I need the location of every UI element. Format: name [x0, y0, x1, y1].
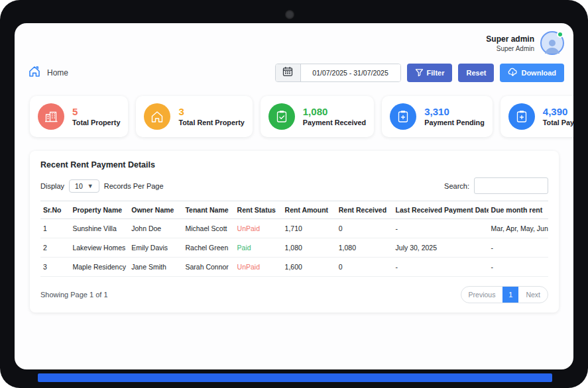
table-row: 1Sunshine VillaJohn DoeMichael ScottUnPa… — [40, 219, 548, 238]
search-label: Search: — [444, 182, 469, 190]
display-label: Display — [40, 182, 64, 190]
table-header-row: Sr.NoProperty NameOwner NameTenant NameR… — [40, 201, 548, 219]
download-icon — [508, 68, 518, 78]
table-cell: - — [489, 238, 548, 258]
table-footer: Showing Page 1 of 1 Previous 1 Next — [40, 286, 548, 303]
reset-label: Reset — [466, 69, 486, 77]
device-frame: Super admin Super Admin Home — [0, 0, 588, 388]
stat-label: Total Payment — [543, 119, 573, 126]
stat-card-total-property: 5 Total Property — [30, 96, 128, 137]
table-cell: - — [393, 258, 489, 277]
payments-table: Sr.NoProperty NameOwner NameTenant NameR… — [40, 201, 548, 277]
table-cell: 3 — [40, 258, 70, 277]
table-cell: 1,080 — [336, 238, 393, 258]
table-cell: July 30, 2025 — [393, 238, 489, 258]
column-header: Last Received Payment Date — [393, 201, 489, 219]
person-icon — [543, 36, 561, 54]
table-row: 2Lakeview HomesEmily DavisRachel GreenPa… — [40, 238, 548, 258]
building-icon — [38, 103, 64, 130]
table-row: 3Maple ResidencyJane SmithSarah ConnorUn… — [40, 258, 548, 277]
table-cell: Maple Residency — [70, 258, 129, 277]
chevron-down-icon: ▼ — [88, 183, 93, 189]
table-cell: John Doe — [129, 219, 182, 238]
stat-text: 1,080 Payment Received — [303, 107, 366, 127]
user-profile[interactable]: Super admin Super Admin — [486, 31, 564, 55]
profile-name: Super admin — [486, 34, 534, 44]
table-cell: 1,600 — [282, 258, 336, 277]
column-header: Owner Name — [129, 201, 182, 219]
stat-label: Total Rent Property — [178, 119, 244, 126]
page-size-select[interactable]: 10 ▼ — [69, 179, 99, 193]
calendar-icon — [282, 66, 293, 79]
records-per-page-label: Records Per Page — [104, 182, 164, 190]
app-window: Super admin Super Admin Home — [15, 23, 573, 369]
reset-button[interactable]: Reset — [458, 64, 494, 82]
search-input[interactable] — [474, 177, 548, 194]
page-size-value: 10 — [75, 182, 83, 190]
rent-status-cell: UnPaid — [235, 219, 282, 238]
stat-text: 3 Total Rent Property — [178, 107, 244, 127]
stat-value: 3,310 — [424, 107, 485, 118]
stat-label: Payment Pending — [424, 119, 485, 126]
breadcrumb-home[interactable]: Home — [28, 65, 68, 81]
table-cell: Michael Scott — [182, 219, 234, 238]
table-cell: Sunshine Villa — [70, 219, 129, 238]
stat-text: 3,310 Payment Pending — [424, 107, 485, 127]
stat-card-total-rent-property: 3 Total Rent Property — [136, 96, 252, 137]
column-header: Rent Status — [235, 201, 282, 219]
page-header: Home Filter — [28, 63, 564, 83]
toolbar: Filter Reset Download — [275, 64, 564, 82]
stat-text: 5 Total Property — [72, 107, 120, 127]
download-label: Download — [521, 69, 556, 77]
pagination: Previous 1 Next — [461, 286, 548, 303]
column-header: Property Name — [70, 201, 129, 219]
stat-text: 4,390 Total Payment — [543, 107, 573, 127]
stat-card-total-payment: 4,390 Total Payment — [500, 96, 573, 137]
filter-icon — [415, 68, 424, 78]
table-cell: Mar, Apr, May, Jun — [489, 219, 548, 238]
clipboard-plus-icon — [390, 103, 416, 130]
current-page-button[interactable]: 1 — [502, 286, 518, 303]
column-header: Due month rent — [489, 201, 548, 219]
calendar-button[interactable] — [276, 64, 301, 81]
table-cell: Emily Davis — [129, 238, 182, 258]
table-cell: - — [489, 258, 548, 277]
avatar[interactable] — [540, 31, 564, 55]
column-header: Sr.No — [40, 201, 70, 219]
home-icon — [144, 103, 170, 130]
table-cell: 0 — [336, 219, 393, 238]
rent-status-cell: UnPaid — [235, 258, 282, 277]
stat-value: 4,390 — [543, 107, 573, 118]
previous-page-button[interactable]: Previous — [461, 287, 503, 303]
date-range-input[interactable] — [301, 64, 400, 81]
stat-cards: 5 Total Property 3 Total Rent Property — [30, 96, 559, 137]
page-size-controls: Display 10 ▼ Records Per Page — [40, 179, 164, 193]
camera-dot — [285, 10, 294, 19]
table-cell: Jane Smith — [129, 258, 182, 277]
online-status-dot — [557, 31, 563, 38]
next-page-button[interactable]: Next — [518, 287, 548, 303]
table-controls: Display 10 ▼ Records Per Page Search: — [40, 177, 548, 194]
stat-label: Payment Received — [303, 119, 366, 126]
clipboard-check-icon — [268, 103, 295, 130]
column-header: Rent Amount — [282, 201, 336, 219]
filter-label: Filter — [427, 69, 445, 77]
filter-button[interactable]: Filter — [407, 64, 453, 82]
search-controls: Search: — [444, 177, 548, 194]
date-range-picker — [275, 64, 401, 82]
profile-role: Super Admin — [486, 45, 534, 52]
stat-value: 1,080 — [303, 107, 366, 118]
stat-card-payment-received: 1,080 Payment Received — [261, 96, 374, 137]
stat-value: 3 — [178, 107, 244, 118]
rent-status-cell: Paid — [235, 238, 282, 258]
table-cell: Lakeview Homes — [70, 238, 129, 258]
profile-names: Super admin Super Admin — [486, 34, 534, 52]
table-cell: 1 — [40, 219, 70, 238]
table-cell: - — [393, 219, 489, 238]
download-button[interactable]: Download — [500, 64, 564, 82]
column-header: Tenant Name — [182, 201, 234, 219]
table-cell: 0 — [336, 258, 393, 277]
table-cell: 1,080 — [282, 238, 336, 258]
table-cell: 1,710 — [282, 219, 336, 238]
stat-card-payment-pending: 3,310 Payment Pending — [382, 96, 493, 137]
